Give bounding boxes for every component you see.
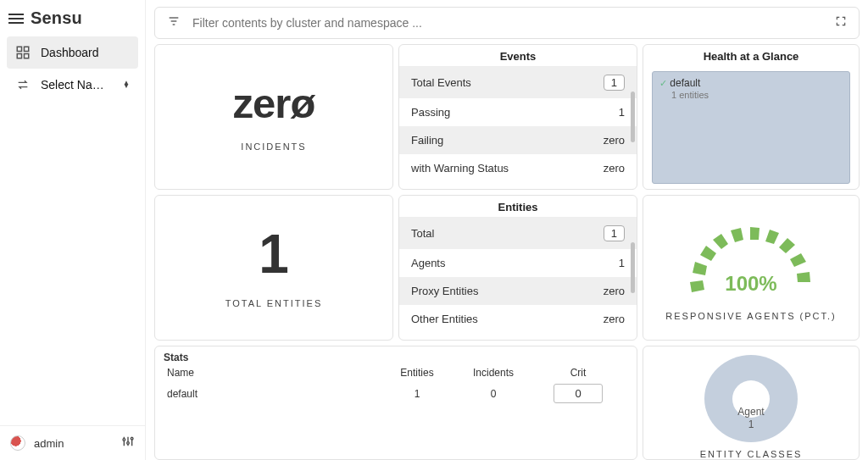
row-value: 1: [619, 106, 625, 119]
incidents-value: zerø: [233, 83, 315, 125]
stats-header: Name Entities Incidents Crit: [167, 365, 625, 380]
col-name: Name: [167, 367, 379, 379]
entity-classes-card: Agent1 ENTITY CLASSES: [643, 346, 860, 460]
col-entities: Entities: [379, 367, 455, 379]
check-icon: ✓: [659, 78, 667, 88]
table-row[interactable]: Agents1: [399, 249, 637, 277]
row-value: 1: [619, 257, 625, 269]
avatar: [10, 435, 25, 451]
total-entities-value: 1: [259, 227, 289, 281]
row-label: Total: [411, 227, 434, 240]
brand-logo: Sensu: [31, 8, 82, 28]
gauge-label: RESPONSIVE AGENTS (PCT.): [665, 311, 836, 321]
sidebar-item-label: Dashboard: [41, 46, 130, 59]
row-label: Agents: [411, 257, 445, 269]
row-value: zero: [604, 313, 625, 325]
row-label: with Warning Status: [411, 162, 509, 175]
table-row[interactable]: Total1: [399, 218, 637, 249]
total-entities-card: 1 TOTAL ENTITIES: [154, 195, 393, 341]
sidebar-item-label: Select Name…: [41, 78, 113, 91]
sidebar-item-namespace[interactable]: Select Name… ▲▼: [7, 69, 138, 101]
fullscreen-icon[interactable]: [835, 15, 847, 30]
row-value: zero: [604, 285, 625, 297]
stats-crit: 0: [554, 384, 602, 403]
stats-incidents: 0: [455, 388, 531, 400]
events-card: Events Total Events1Passing1Failingzerow…: [398, 44, 637, 190]
row-label: Other Entities: [411, 313, 478, 325]
table-row[interactable]: Passing1: [399, 98, 637, 126]
entities-title: Entities: [399, 196, 637, 217]
col-incidents: Incidents: [455, 367, 531, 379]
filter-bar: [154, 7, 860, 39]
dashboard-icon: [15, 45, 31, 60]
svg-point-9: [131, 437, 133, 440]
incidents-card: zerø INCIDENTS: [154, 44, 393, 190]
row-value: 1: [604, 225, 625, 241]
scrollbar[interactable]: [631, 91, 635, 142]
table-row[interactable]: with Warning Statuszero: [399, 154, 637, 182]
svg-rect-1: [25, 47, 29, 51]
table-row[interactable]: Failingzero: [399, 126, 637, 154]
scrollbar[interactable]: [631, 242, 635, 293]
stats-row[interactable]: default 1 0 0: [167, 380, 625, 407]
health-item[interactable]: ✓ default 1 entities: [652, 71, 850, 184]
user-name: admin: [34, 437, 113, 450]
svg-rect-3: [25, 54, 29, 58]
donut-label: Agent1: [737, 406, 764, 430]
entities-card: Entities Total1Agents1Proxy Entitieszero…: [398, 195, 637, 341]
chevron-updown-icon: ▲▼: [123, 81, 130, 88]
sidebar-item-dashboard[interactable]: Dashboard: [7, 36, 138, 69]
donut-caption: ENTITY CLASSES: [700, 449, 803, 459]
row-value: zero: [604, 134, 625, 147]
sidebar: Sensu Dashboard Select Name… ▲▼ admin: [0, 0, 146, 460]
gauge-card: 100% RESPONSIVE AGENTS (PCT.): [643, 195, 860, 341]
row-label: Passing: [411, 106, 450, 119]
stats-entities: 1: [379, 388, 455, 400]
table-row[interactable]: Proxy Entitieszero: [399, 277, 637, 305]
total-entities-label: TOTAL ENTITIES: [225, 298, 323, 308]
settings-icon[interactable]: [121, 435, 135, 452]
filter-icon[interactable]: [167, 14, 181, 31]
table-row[interactable]: Total Events1: [399, 67, 637, 98]
row-value: 1: [604, 75, 625, 91]
donut-chart: Agent1: [704, 355, 798, 442]
row-label: Total Events: [411, 76, 471, 89]
svg-rect-0: [17, 47, 21, 51]
col-crit: Crit: [531, 367, 625, 379]
row-value: zero: [604, 162, 625, 175]
filter-input[interactable]: [192, 16, 823, 30]
svg-point-8: [127, 442, 130, 445]
main-content: zerø INCIDENTS Events Total Events1Passi…: [146, 0, 868, 460]
incidents-label: INCIDENTS: [241, 141, 306, 152]
table-row[interactable]: Other Entitieszero: [399, 305, 637, 333]
row-label: Proxy Entities: [411, 285, 478, 297]
svg-rect-2: [17, 54, 21, 58]
stats-card: Stats Name Entities Incidents Crit defau…: [154, 346, 637, 460]
user-footer[interactable]: admin: [0, 425, 145, 460]
gauge-percent: 100%: [683, 272, 819, 296]
health-title: Health at a Glance: [643, 45, 859, 66]
stats-title: Stats: [155, 346, 637, 365]
health-card: Health at a Glance ✓ default 1 entities: [643, 44, 860, 190]
svg-point-7: [123, 439, 125, 441]
stats-name: default: [167, 388, 379, 400]
swap-icon: [15, 77, 31, 92]
health-item-sub: 1 entities: [671, 90, 709, 100]
menu-toggle-icon[interactable]: [8, 14, 24, 24]
events-title: Events: [399, 45, 637, 66]
row-label: Failing: [411, 134, 443, 147]
health-item-name: default: [670, 77, 700, 89]
